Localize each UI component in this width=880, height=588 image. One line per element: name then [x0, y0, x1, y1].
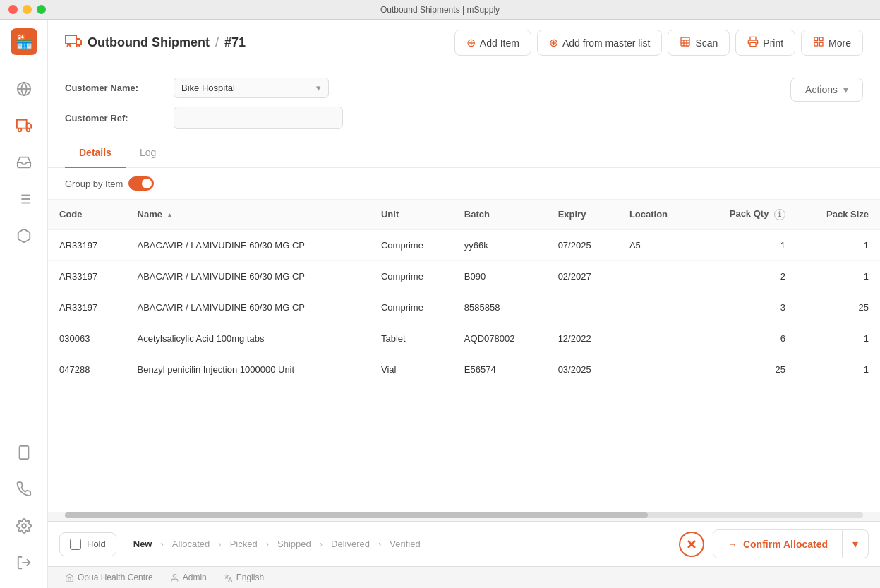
sidebar-item-settings[interactable]: [7, 509, 41, 543]
sidebar-logo: 🏪: [11, 28, 37, 58]
svg-point-34: [173, 574, 176, 577]
cell-location: [618, 260, 696, 292]
cell-location: [618, 292, 696, 323]
confirm-btn-main[interactable]: → Confirm Allocated: [713, 532, 842, 557]
footer: Opua Health Centre Admin English: [48, 566, 880, 588]
sidebar-item-outbound[interactable]: [7, 109, 41, 143]
footer-user-text: Admin: [183, 572, 207, 582]
cell-batch: yy66k: [453, 229, 547, 261]
cell-expiry: 02/2027: [547, 260, 618, 292]
scan-button[interactable]: Scan: [668, 30, 730, 56]
toolbar: ⊕ Add Item ⊕ Add from master list Scan: [454, 30, 863, 56]
group-by-row: Group by Item: [48, 168, 880, 200]
hold-label: Hold: [87, 539, 106, 549]
col-code: Code: [48, 200, 126, 229]
cell-pack-size: 1: [797, 323, 880, 354]
cancel-button[interactable]: [679, 532, 704, 557]
add-item-label: Add Item: [480, 37, 519, 49]
arrow-2: ›: [218, 539, 221, 549]
svg-point-16: [22, 524, 26, 528]
table-row[interactable]: AR33197 ABACAVIR / LAMIVUDINE 60/30 MG C…: [48, 292, 880, 323]
arrow-5: ›: [378, 539, 381, 549]
svg-rect-14: [19, 446, 28, 459]
page-separator: /: [215, 35, 219, 50]
customer-name-label: Customer Name:: [65, 83, 157, 93]
col-expiry: Expiry: [547, 200, 618, 229]
close-button[interactable]: [8, 5, 18, 14]
sort-icon: ▲: [167, 211, 174, 219]
hold-button[interactable]: Hold: [59, 532, 116, 556]
group-by-toggle[interactable]: [128, 176, 154, 191]
add-from-master-button[interactable]: ⊕ Add from master list: [537, 30, 662, 56]
customer-ref-input[interactable]: [174, 107, 343, 129]
cell-pack-qty: 3: [696, 292, 797, 323]
footer-user: Admin: [170, 572, 207, 582]
cell-pack-qty: 2: [696, 260, 797, 292]
cell-code: AR33197: [48, 292, 126, 323]
chevron-down-icon: ▾: [843, 84, 848, 95]
actions-button[interactable]: Actions ▾: [790, 78, 863, 102]
tab-log[interactable]: Log: [126, 138, 170, 168]
customer-name-input[interactable]: Bike Hospital ▾: [174, 78, 329, 98]
more-button[interactable]: More: [801, 30, 863, 56]
sidebar-item-device[interactable]: [7, 436, 41, 469]
status-delivered: Delivered: [325, 536, 375, 552]
svg-point-20: [68, 45, 71, 48]
minimize-button[interactable]: [23, 5, 32, 14]
sidebar-item-inbound[interactable]: [7, 145, 41, 179]
customer-name-row: Customer Name: Bike Hospital ▾: [65, 78, 343, 98]
table-row[interactable]: 047288 Benzyl penicilin Injection 100000…: [48, 354, 880, 385]
cell-name: ABACAVIR / LAMIVUDINE 60/30 MG CP: [126, 260, 370, 292]
more-icon: [813, 36, 824, 49]
cell-pack-size: 1: [797, 260, 880, 292]
col-pack-size: Pack Size: [797, 200, 880, 229]
status-verified: Verified: [384, 536, 426, 552]
cell-unit: Vial: [370, 354, 453, 385]
add-master-label: Add from master list: [562, 37, 650, 49]
cell-batch: E56574: [453, 354, 547, 385]
cell-pack-qty: 6: [696, 323, 797, 354]
svg-rect-22: [681, 37, 689, 46]
status-flow: New › Allocated › Picked › Shipped › Del…: [128, 536, 679, 552]
sidebar-item-inventory[interactable]: [7, 182, 41, 216]
table-row[interactable]: AR33197 ABACAVIR / LAMIVUDINE 60/30 MG C…: [48, 260, 880, 292]
confirm-dropdown-icon[interactable]: ▾: [842, 530, 868, 558]
sidebar-item-logout[interactable]: [7, 546, 41, 580]
customer-ref-row: Customer Ref:: [65, 107, 343, 129]
footer-location: Opua Health Centre: [65, 572, 153, 582]
cell-code: AR33197: [48, 229, 126, 261]
window-title: Outbound Shipments | mSupply: [380, 5, 500, 15]
cell-expiry: 12/2022: [547, 323, 618, 354]
maximize-button[interactable]: [37, 5, 46, 14]
status-shipped: Shipped: [272, 536, 317, 552]
cell-expiry: 03/2025: [547, 354, 618, 385]
cell-batch: AQD078002: [453, 323, 547, 354]
table-header-row: Code Name ▲ Unit Batch Exp: [48, 200, 880, 229]
scan-label: Scan: [695, 37, 718, 49]
sidebar-item-items[interactable]: [7, 219, 41, 253]
svg-point-6: [18, 128, 21, 132]
arrow-3: ›: [266, 539, 269, 549]
svg-rect-28: [814, 37, 818, 41]
print-button[interactable]: Print: [735, 30, 795, 56]
window-controls[interactable]: [8, 5, 46, 14]
hold-checkbox[interactable]: [70, 539, 81, 550]
sidebar-item-notifications[interactable]: [7, 472, 41, 506]
svg-marker-19: [76, 39, 81, 44]
tab-details[interactable]: Details: [65, 138, 126, 168]
footer-language: English: [224, 572, 264, 582]
cell-code: 030063: [48, 323, 126, 354]
svg-rect-31: [814, 42, 818, 46]
confirm-allocated-button[interactable]: → Confirm Allocated ▾: [713, 529, 869, 558]
sidebar-item-dashboard[interactable]: [7, 72, 41, 106]
cell-name: ABACAVIR / LAMIVUDINE 60/30 MG CP: [126, 292, 370, 323]
cell-pack-qty: 1: [696, 229, 797, 261]
cell-location: [618, 354, 696, 385]
arrow-1: ›: [160, 539, 163, 549]
svg-marker-5: [26, 123, 30, 128]
table-row[interactable]: AR33197 ABACAVIR / LAMIVUDINE 60/30 MG C…: [48, 229, 880, 261]
col-name[interactable]: Name ▲: [126, 200, 370, 229]
table-row[interactable]: 030063 Acetylsalicylic Acid 100mg tabs T…: [48, 323, 880, 354]
scroll-indicator[interactable]: [65, 512, 863, 518]
add-item-button[interactable]: ⊕ Add Item: [454, 30, 531, 56]
